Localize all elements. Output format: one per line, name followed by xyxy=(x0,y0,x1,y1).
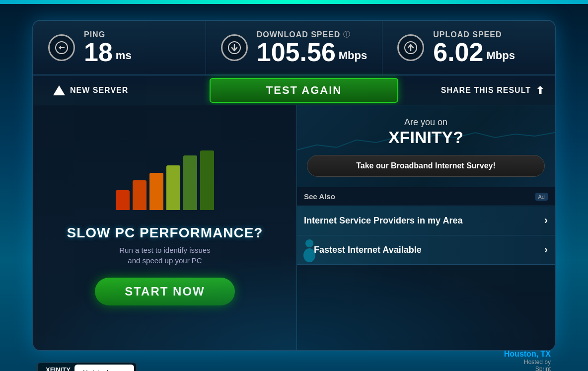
svg-point-3 xyxy=(305,239,313,247)
download-value: 105.56 xyxy=(257,39,336,65)
upload-value: 6.02 xyxy=(433,39,483,65)
link-item-0[interactable]: Internet Service Providers in my Area › xyxy=(297,206,555,235)
svg-point-4 xyxy=(303,248,315,262)
bottom-section: Not today :p XFINITY ★ ★ ★ ★ ★ Rate Your… xyxy=(32,351,556,371)
xfinity-are-you-text: Are you on xyxy=(307,117,545,128)
bar-4 xyxy=(166,165,180,210)
xfinity-name-text: XFINITY? xyxy=(307,128,545,147)
host-name: Sprint xyxy=(504,366,551,371)
link-item-text-1: Fastest Internet Available xyxy=(314,245,422,255)
bar-2 xyxy=(133,180,147,210)
xfinity-card: Are you on XFINITY? Take our Broadband I… xyxy=(297,105,555,187)
ping-icon xyxy=(48,34,75,61)
isp-section: Not today :p XFINITY ★ ★ ★ ★ ★ Rate Your… xyxy=(37,337,137,371)
right-panel: Are you on XFINITY? Take our Broadband I… xyxy=(296,105,555,350)
ping-unit: ms xyxy=(116,49,132,65)
person-icon xyxy=(302,237,317,262)
upload-icon xyxy=(397,34,424,61)
upload-stat: UPLOAD SPEED 6.02 Mbps xyxy=(382,21,555,74)
see-also-label: See Also xyxy=(304,192,335,201)
action-bar: NEW SERVER TEST AGAIN SHARE THIS RESULT … xyxy=(33,75,555,105)
ad-badge: Ad xyxy=(535,193,548,201)
test-again-button[interactable]: TEST AGAIN xyxy=(210,78,398,103)
download-unit: Mbps xyxy=(339,49,367,65)
left-panel: SLOW PC PERFORMANCE? Run a test to ident… xyxy=(33,105,296,350)
slow-pc-sub-line1: Run a test to identify issues xyxy=(119,246,210,254)
share-button[interactable]: SHARE THIS RESULT ⬆ xyxy=(398,84,545,96)
host-info: Houston, TX Hosted by Sprint xyxy=(504,350,551,371)
upload-text: UPLOAD SPEED 6.02 Mbps xyxy=(433,30,515,65)
main-container: PING 18 ms DOWNLOAD SPEED ⓘ xyxy=(32,20,556,351)
slow-pc-sub: Run a test to identify issues and speed … xyxy=(119,245,210,266)
slow-pc-sub-line2: and speed up your PC xyxy=(128,256,202,265)
share-icon: ⬆ xyxy=(536,84,545,96)
bar-1 xyxy=(116,190,130,210)
bar-6 xyxy=(200,150,214,210)
hosted-by-label: Hosted by xyxy=(504,359,551,366)
server-triangle-icon xyxy=(53,85,65,95)
download-stat: DOWNLOAD SPEED ⓘ 105.56 Mbps xyxy=(206,21,383,74)
start-now-button[interactable]: START NOW xyxy=(95,278,235,305)
bar-3 xyxy=(149,173,163,210)
link-arrow-0: › xyxy=(544,214,548,227)
share-label: SHARE THIS RESULT xyxy=(441,86,531,95)
download-text: DOWNLOAD SPEED ⓘ 105.56 Mbps xyxy=(257,30,368,65)
download-icon xyxy=(221,34,248,61)
ping-stat: PING 18 ms xyxy=(33,21,206,74)
top-bar xyxy=(0,0,588,4)
new-server-button[interactable]: NEW SERVER xyxy=(43,81,210,99)
link-item-1[interactable]: Fastest Internet Available › xyxy=(297,235,555,265)
slow-pc-heading: SLOW PC PERFORMANCE? xyxy=(67,225,263,241)
bar-5 xyxy=(183,155,197,210)
new-server-label: NEW SERVER xyxy=(70,86,128,95)
upload-unit: Mbps xyxy=(486,49,514,65)
not-today-tooltip[interactable]: Not today :p xyxy=(74,365,134,371)
stats-row: PING 18 ms DOWNLOAD SPEED ⓘ xyxy=(33,21,555,75)
ping-value: 18 xyxy=(84,39,113,65)
content-area: SLOW PC PERFORMANCE? Run a test to ident… xyxy=(33,105,555,350)
bar-chart xyxy=(116,150,214,210)
see-also-row: See Also Ad xyxy=(297,187,555,206)
download-info-icon[interactable]: ⓘ xyxy=(343,30,350,39)
host-city: Houston, TX xyxy=(504,350,551,359)
link-arrow-1: › xyxy=(544,243,548,256)
ping-text: PING 18 ms xyxy=(84,30,132,65)
broadband-survey-button[interactable]: Take our Broadband Internet Survey! xyxy=(307,155,545,177)
link-item-text-0: Internet Service Providers in my Area xyxy=(304,216,462,226)
